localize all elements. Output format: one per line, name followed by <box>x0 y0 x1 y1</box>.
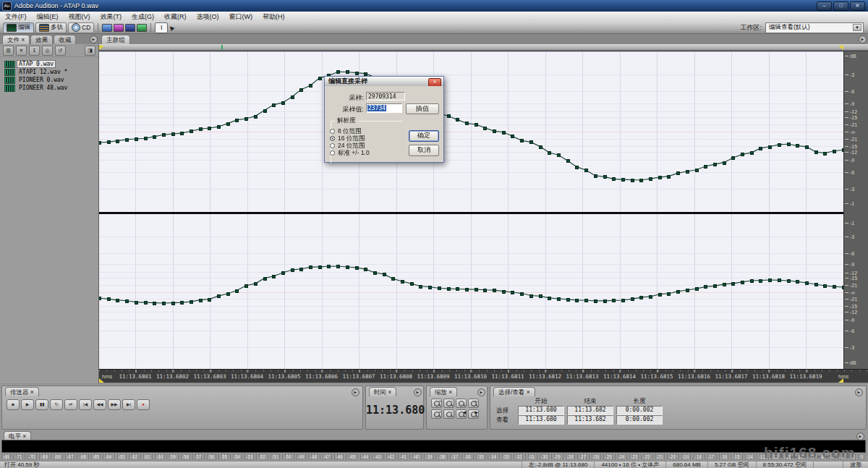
interpolate-button[interactable]: 插值 <box>406 103 439 114</box>
waveform-display-icon[interactable] <box>102 24 112 32</box>
timeline-ruler[interactable]: hms11:13.680111:13.680211:13.680311:13.6… <box>99 369 868 383</box>
workspace-select[interactable]: 编辑查看(默认) ▼ <box>765 22 864 33</box>
zoom-out-horizontal-button[interactable]: − <box>443 399 454 408</box>
panel-menu-icon[interactable]: ▶ <box>477 388 485 396</box>
tab-main-group[interactable]: 主群组 <box>101 35 130 44</box>
selection-field[interactable]: 0:00.002 <box>616 406 663 415</box>
time-selection-tool-button[interactable]: I <box>155 22 168 33</box>
file-list-item[interactable]: PIONEER 0.wav <box>4 76 98 84</box>
selection-field[interactable]: 11:13.682 <box>567 415 613 425</box>
selection-marker[interactable] <box>838 378 843 383</box>
radio-button[interactable] <box>330 143 335 148</box>
panel-menu-icon[interactable]: ▶ <box>414 388 422 396</box>
timeline-tick-label: 11:13.6809 <box>417 373 449 380</box>
go-to-beginning-button[interactable]: |◀ <box>79 399 92 410</box>
zoom-glyph: + <box>438 409 441 414</box>
menu-item[interactable]: 编辑(E) <box>32 12 64 22</box>
insert-multitrack-icon[interactable]: ↧ <box>29 46 40 56</box>
insert-cd-icon[interactable]: ◎ <box>42 46 53 56</box>
record-button[interactable]: ● <box>137 399 150 410</box>
close-file-icon[interactable]: ✕ <box>16 46 27 56</box>
multitrack-view-button[interactable]: 多轨 <box>35 22 67 33</box>
tab-effects[interactable]: 效果 <box>30 35 53 44</box>
cd-label: CD <box>82 24 90 31</box>
tab-favorites[interactable]: 收藏 <box>54 35 76 44</box>
sample-value-input[interactable]: 23734 <box>366 103 402 113</box>
menu-item[interactable]: 文件(F) <box>0 12 32 22</box>
timeline-tick-label: 11:13.6810 <box>454 373 487 380</box>
zoom-selection-right-button[interactable]: ▶ <box>468 409 479 419</box>
play-looped-button[interactable]: ↻ <box>50 399 63 410</box>
dialog-titlebar[interactable]: 编辑直接采样 <box>325 77 443 87</box>
radio-button[interactable] <box>330 150 335 156</box>
tab-zoom[interactable]: 缩放 × <box>430 387 457 396</box>
minimize-button[interactable]: – <box>817 1 832 11</box>
level-meter[interactable] <box>1 440 866 453</box>
cancel-button[interactable]: 取消 <box>409 145 439 156</box>
zoom-in-horizontal-button[interactable]: + <box>431 399 442 408</box>
go-to-end-button[interactable]: ▶| <box>122 399 135 410</box>
cd-view-button[interactable]: CD <box>68 22 94 33</box>
meter-tick-label: -67 <box>67 454 73 460</box>
panel-menu-icon[interactable]: ▶ <box>859 35 867 43</box>
history-icon[interactable]: ↺ <box>55 46 66 56</box>
tab-files[interactable]: 文件 × <box>2 35 30 44</box>
range-bar[interactable] <box>99 44 868 51</box>
stop-button[interactable]: ■ <box>7 399 20 410</box>
selection-field[interactable]: 11:13.680 <box>518 415 564 425</box>
selection-marker[interactable] <box>838 46 843 50</box>
file-list-item[interactable]: ATAP 0.wav <box>4 60 98 68</box>
waveform-display[interactable] <box>99 51 843 370</box>
play-to-end-button[interactable]: ⇄ <box>64 399 77 410</box>
maximize-button[interactable]: □ <box>833 1 848 11</box>
meter-tick-label: -21 <box>656 454 663 460</box>
edit-view-button[interactable]: 编辑 <box>3 22 34 33</box>
menu-item[interactable]: 帮助(H) <box>258 12 290 22</box>
zoom-selection-left-button[interactable]: ◀ <box>456 409 467 419</box>
amplitude-ruler[interactable]: dB-3-6-9-12-15-21-∞-21-15-12-9-6-3-1-1-3… <box>843 51 868 369</box>
spectral-frequency-icon[interactable] <box>114 24 124 32</box>
dialog-body: 采样: 29709314 采样值: 23734 插值 解析度 8 位范围16 位… <box>325 86 443 162</box>
panel-menu-icon[interactable]: ▶ <box>352 388 359 396</box>
play-button[interactable]: ▶ <box>21 399 34 410</box>
zoom-to-selection-button[interactable]: ▭ <box>468 399 479 408</box>
resolution-option[interactable]: 标准 +/- 1.0 <box>330 150 370 156</box>
file-list-item[interactable]: PIONEER 48.wav <box>4 84 98 92</box>
fast-forward-button[interactable]: ▶▶ <box>108 399 121 410</box>
menu-item[interactable]: 视图(V) <box>64 12 95 22</box>
spectral-pan-icon[interactable] <box>125 24 135 32</box>
panel-menu-icon[interactable]: ▶ <box>855 388 863 396</box>
menu-item[interactable]: 生成(G) <box>127 12 159 22</box>
selection-field[interactable]: 11:13.682 <box>567 406 613 415</box>
zoom-out-full-button[interactable] <box>456 399 467 408</box>
menu-item[interactable]: 收藏(R) <box>159 12 192 22</box>
close-button[interactable]: ✕ <box>850 1 865 11</box>
tab-transport[interactable]: 传送器 × <box>5 387 39 396</box>
menu-item[interactable]: 效果(T) <box>95 12 127 22</box>
selection-marker[interactable] <box>99 46 104 50</box>
spectral-phase-icon[interactable] <box>137 24 147 32</box>
menu-item[interactable]: 窗口(W) <box>224 12 258 22</box>
time-panel: 时间 × ▶ 11:13.680 <box>365 386 424 430</box>
pause-button[interactable]: ▮▮ <box>35 399 48 410</box>
tab-time[interactable]: 时间 × <box>369 387 396 396</box>
chevron-down-icon[interactable]: ▼ <box>853 24 861 31</box>
tab-selection-view[interactable]: 选择/查看 × <box>493 387 535 396</box>
import-file-icon[interactable]: ▥ <box>3 46 14 56</box>
timeline-tick-label: 11:13.6819 <box>789 373 822 380</box>
rewind-button[interactable]: ◀◀ <box>93 399 106 410</box>
zoom-in-vertical-button[interactable]: + <box>431 409 442 419</box>
options-toggle-icon[interactable]: ◨ <box>85 46 95 56</box>
radio-button[interactable] <box>330 136 335 141</box>
edit-view-label: 编辑 <box>18 23 30 32</box>
selection-marker[interactable] <box>99 378 104 383</box>
zoom-out-vertical-button[interactable]: − <box>443 409 454 419</box>
file-list-item[interactable]: ATAPI 12.wav * <box>4 68 98 76</box>
panel-menu-icon[interactable]: ▶ <box>90 35 98 43</box>
menu-item[interactable]: 选项(O) <box>192 12 224 22</box>
radio-button[interactable] <box>330 129 335 134</box>
ok-button[interactable]: 确定 <box>409 130 439 142</box>
zoom-glyph: − <box>451 409 454 414</box>
selection-field[interactable]: 0:00.002 <box>616 415 663 425</box>
selection-field[interactable]: 11:13.680 <box>518 406 564 415</box>
